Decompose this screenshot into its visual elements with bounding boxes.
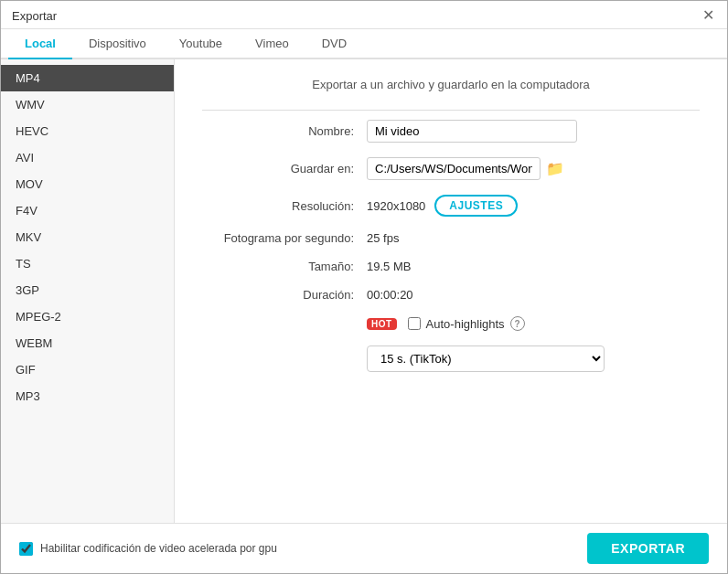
nombre-input[interactable] (367, 120, 577, 143)
window-title: Exportar (12, 9, 57, 23)
sidebar-item-mp3[interactable]: MP3 (1, 383, 174, 409)
tabs-bar: Local Dispositivo Youtube Vimeo DVD (1, 29, 727, 59)
tamano-row: Tamaño: 19.5 MB (202, 260, 700, 273)
nombre-row: Nombre: (202, 120, 700, 143)
sidebar-item-avi[interactable]: AVI (1, 144, 174, 171)
tab-dvd[interactable]: DVD (305, 29, 363, 59)
titlebar: Exportar ✕ (1, 1, 727, 29)
tab-vimeo[interactable]: Vimeo (239, 29, 305, 59)
tab-dispositivo[interactable]: Dispositivo (72, 29, 163, 59)
tiktok-duration-select[interactable]: 15 s. (TikTok) 30 s. 60 s. Custom (367, 345, 605, 372)
main-content: MP4 WMV HEVC AVI MOV F4V MKV TS 3GP MPEG… (1, 59, 727, 523)
auto-highlights-label: Auto-highlights (426, 317, 505, 331)
guardar-row: Guardar en: 📁 (202, 157, 700, 180)
sidebar-item-mp4[interactable]: MP4 (1, 65, 174, 91)
resolucion-label: Resolución: (202, 199, 367, 213)
tamano-label: Tamaño: (202, 260, 367, 273)
folder-icon[interactable]: 📁 (546, 160, 564, 177)
fotograma-value: 25 fps (367, 231, 399, 245)
sidebar-item-mkv[interactable]: MKV (1, 224, 174, 250)
guardar-input[interactable] (367, 157, 541, 180)
auto-highlights-row: HOT Auto-highlights ? (202, 316, 700, 331)
gpu-checkbox[interactable] (19, 542, 33, 556)
folder-row: 📁 (367, 157, 564, 180)
tab-local[interactable]: Local (8, 29, 72, 59)
footer: Habilitar codificación de video acelerad… (1, 523, 727, 573)
sidebar-item-mpeg2[interactable]: MPEG-2 (1, 303, 174, 330)
gpu-label: Habilitar codificación de video acelerad… (40, 542, 277, 555)
sidebar-item-hevc[interactable]: HEVC (1, 118, 174, 144)
guardar-label: Guardar en: (202, 162, 367, 175)
duracion-row: Duración: 00:00:20 (202, 288, 700, 302)
sidebar-item-webm[interactable]: WEBM (1, 330, 174, 356)
divider-top (202, 110, 700, 111)
resolucion-row: Resolución: 1920x1080 AJUSTES (202, 195, 700, 217)
duracion-value: 00:00:20 (367, 288, 413, 302)
gpu-row: Habilitar codificación de video acelerad… (19, 542, 277, 556)
auto-highlights-checkbox[interactable] (408, 317, 421, 330)
sidebar-item-mov[interactable]: MOV (1, 171, 174, 197)
sidebar-item-f4v[interactable]: F4V (1, 197, 174, 224)
export-button[interactable]: EXPORTAR (587, 533, 709, 564)
tamano-value: 19.5 MB (367, 260, 411, 273)
close-button[interactable]: ✕ (701, 8, 716, 23)
tab-youtube[interactable]: Youtube (163, 29, 239, 59)
fotograma-row: Fotograma por segundo: 25 fps (202, 231, 700, 245)
export-panel: Exportar a un archivo y guardarlo en la … (175, 59, 727, 523)
sidebar-item-3gp[interactable]: 3GP (1, 277, 174, 303)
fotograma-label: Fotograma por segundo: (202, 231, 367, 245)
format-sidebar: MP4 WMV HEVC AVI MOV F4V MKV TS 3GP MPEG… (1, 59, 175, 523)
resolucion-value: 1920x1080 (367, 199, 425, 213)
sidebar-item-wmv[interactable]: WMV (1, 91, 174, 118)
duracion-label: Duración: (202, 288, 367, 302)
help-icon[interactable]: ? (510, 316, 525, 331)
ajustes-button[interactable]: AJUSTES (434, 195, 518, 217)
hot-badge: HOT (367, 318, 397, 330)
resolution-row: 1920x1080 AJUSTES (367, 195, 518, 217)
auto-highlights-container: HOT Auto-highlights ? (367, 316, 525, 331)
export-window: Exportar ✕ Local Dispositivo Youtube Vim… (0, 0, 728, 574)
sidebar-item-ts[interactable]: TS (1, 250, 174, 277)
export-description: Exportar a un archivo y guardarlo en la … (202, 78, 700, 91)
sidebar-item-gif[interactable]: GIF (1, 356, 174, 383)
nombre-label: Nombre: (202, 124, 367, 138)
dropdown-row: 15 s. (TikTok) 30 s. 60 s. Custom (202, 345, 700, 372)
